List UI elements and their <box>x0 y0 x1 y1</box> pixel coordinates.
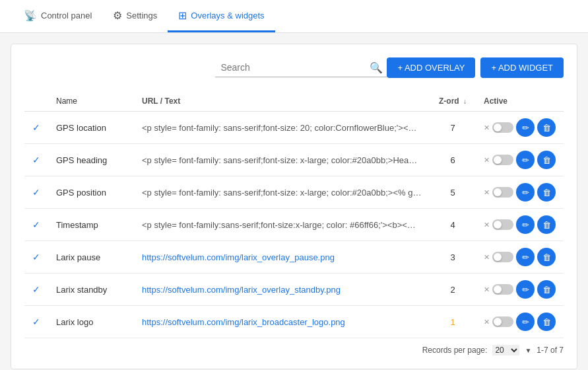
table-row: ✓Larix logohttps://softvelum.com/img/lar… <box>24 306 564 338</box>
row-url-3: <p style= font-family:sans-serif;font-si… <box>134 209 430 241</box>
row-check-2: ✓ <box>24 176 48 209</box>
table-row: ✓GPS position<p style= font-family: sans… <box>24 176 564 209</box>
col-zord[interactable]: Z-ord ↓ <box>430 91 476 112</box>
row-zord-1: 6 <box>430 144 476 176</box>
sort-arrow-icon: ↓ <box>463 98 467 105</box>
row-check-5: ✓ <box>24 274 48 306</box>
col-name: Name <box>48 91 134 112</box>
row-active-4: ✕✏🗑 <box>476 241 564 274</box>
toolbar: 🔍 + ADD OVERLAY + ADD WIDGET <box>24 57 564 78</box>
toggle-switch-6[interactable] <box>492 316 513 327</box>
row-check-3: ✓ <box>24 209 48 241</box>
toggle-switch-2[interactable] <box>492 187 513 198</box>
table-row: ✓Larix standbyhttps://softvelum.com/img/… <box>24 274 564 306</box>
row-name-6: Larix logo <box>48 306 134 338</box>
row-check-6: ✓ <box>24 306 48 338</box>
tab-overlays-widgets[interactable]: ⊞ Overlays & widgets <box>168 0 275 32</box>
row-active-6: ✕✏🗑 <box>476 306 564 338</box>
row-url-4: https://softvelum.com/img/larix_overlay_… <box>134 241 430 274</box>
toggle-switch-4[interactable] <box>492 252 513 262</box>
row-url-2: <p style= font-family: sans-serif;font-s… <box>134 176 430 209</box>
row-check-0: ✓ <box>24 112 48 144</box>
footer-bar: Records per page: 20 50 100 ▼ 1-7 of 7 <box>24 338 564 355</box>
tab-control-panel[interactable]: 📡 Control panel <box>13 0 102 32</box>
col-url: URL / Text <box>134 91 430 112</box>
row-active-3: ✕✏🗑 <box>476 209 564 241</box>
action-btns-5: ✏🗑 <box>516 280 556 299</box>
chevron-down-icon: ▼ <box>525 347 531 354</box>
edit-button-4[interactable]: ✏ <box>516 248 535 266</box>
toggle-switch-5[interactable] <box>492 284 513 295</box>
toggle-switch-0[interactable] <box>492 122 513 133</box>
tab-settings[interactable]: ⚙ Settings <box>102 0 168 32</box>
edit-button-5[interactable]: ✏ <box>516 280 535 299</box>
settings-icon: ⚙ <box>113 9 122 22</box>
add-overlay-button[interactable]: + ADD OVERLAY <box>387 57 475 78</box>
toggle-x-5: ✕ <box>484 285 490 294</box>
col-active: Active <box>476 91 564 112</box>
table-row: ✓GPS location<p style= font-family: sans… <box>24 112 564 144</box>
main-card: 🔍 + ADD OVERLAY + ADD WIDGET Name URL / … <box>11 44 577 369</box>
toggle-container-5: ✕✏🗑 <box>484 280 556 299</box>
toggle-x-2: ✕ <box>484 188 490 197</box>
search-input[interactable] <box>215 58 387 77</box>
records-per-page-label: Records per page: <box>422 346 488 355</box>
toggle-container-2: ✕✏🗑 <box>484 183 556 202</box>
control-panel-icon: 📡 <box>24 9 37 22</box>
row-zord-4: 3 <box>430 241 476 274</box>
delete-button-2[interactable]: 🗑 <box>537 183 556 202</box>
action-btns-4: ✏🗑 <box>516 248 556 266</box>
row-name-4: Larix pause <box>48 241 134 274</box>
add-widget-button[interactable]: + ADD WIDGET <box>480 57 564 78</box>
toggle-container-0: ✕✏🗑 <box>484 118 556 137</box>
row-name-1: GPS heading <box>48 144 134 176</box>
edit-button-6[interactable]: ✏ <box>516 313 535 331</box>
search-wrapper: 🔍 <box>215 58 387 77</box>
top-nav: 📡 Control panel ⚙ Settings ⊞ Overlays & … <box>0 0 588 33</box>
search-icon: 🔍 <box>370 61 383 74</box>
edit-button-2[interactable]: ✏ <box>516 183 535 202</box>
delete-button-5[interactable]: 🗑 <box>537 280 556 299</box>
edit-button-3[interactable]: ✏ <box>516 215 535 234</box>
row-url-6: https://softvelum.com/img/larix_broadcas… <box>134 306 430 338</box>
records-per-page-select[interactable]: 20 50 100 <box>492 345 519 355</box>
row-active-2: ✕✏🗑 <box>476 176 564 209</box>
table-row: ✓GPS heading<p style= font-family: sans-… <box>24 144 564 176</box>
row-active-5: ✕✏🗑 <box>476 274 564 306</box>
delete-button-6[interactable]: 🗑 <box>537 313 556 331</box>
edit-button-1[interactable]: ✏ <box>516 151 535 169</box>
toggle-container-4: ✕✏🗑 <box>484 248 556 266</box>
overlays-table: Name URL / Text Z-ord ↓ Active ✓GPS loca… <box>24 91 564 338</box>
delete-button-0[interactable]: 🗑 <box>537 118 556 137</box>
delete-button-4[interactable]: 🗑 <box>537 248 556 266</box>
row-name-5: Larix standby <box>48 274 134 306</box>
edit-button-0[interactable]: ✏ <box>516 118 535 137</box>
delete-button-3[interactable]: 🗑 <box>537 215 556 234</box>
col-check <box>24 91 48 112</box>
content-area: 🔍 + ADD OVERLAY + ADD WIDGET Name URL / … <box>0 33 588 370</box>
row-zord-6: 1 <box>430 306 476 338</box>
row-zord-3: 4 <box>430 209 476 241</box>
row-name-0: GPS location <box>48 112 134 144</box>
row-zord-5: 2 <box>430 274 476 306</box>
action-btns-0: ✏🗑 <box>516 118 556 137</box>
row-active-0: ✕✏🗑 <box>476 112 564 144</box>
action-btns-1: ✏🗑 <box>516 151 556 169</box>
overlays-icon: ⊞ <box>178 9 187 22</box>
table-header-row: Name URL / Text Z-ord ↓ Active <box>24 91 564 112</box>
toggle-x-0: ✕ <box>484 124 490 132</box>
action-btns-6: ✏🗑 <box>516 313 556 331</box>
row-name-2: GPS position <box>48 176 134 209</box>
delete-button-1[interactable]: 🗑 <box>537 151 556 169</box>
row-zord-2: 5 <box>430 176 476 209</box>
table-row: ✓Larix pausehttps://softvelum.com/img/la… <box>24 241 564 274</box>
toggle-switch-3[interactable] <box>492 219 513 230</box>
table-row: ✓Timestamp<p style= font-family:sans-ser… <box>24 209 564 241</box>
row-url-5: https://softvelum.com/img/larix_overlay_… <box>134 274 430 306</box>
row-check-1: ✓ <box>24 144 48 176</box>
toggle-container-1: ✕✏🗑 <box>484 151 556 169</box>
toggle-switch-1[interactable] <box>492 155 513 165</box>
action-btns-3: ✏🗑 <box>516 215 556 234</box>
toggle-x-1: ✕ <box>484 156 490 165</box>
row-url-1: <p style= font-family: sans-serif;font-s… <box>134 144 430 176</box>
